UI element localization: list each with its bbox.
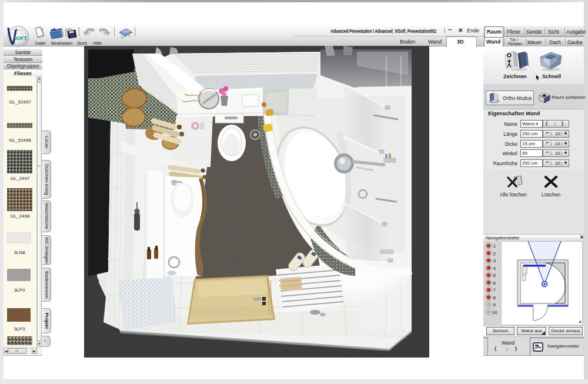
svg-text:8: 8 <box>493 295 496 300</box>
svg-text:7: 7 <box>493 288 496 293</box>
svg-text:6: 6 <box>493 281 496 286</box>
svg-text:9: 9 <box>493 302 496 308</box>
svg-text:3LP3: 3LP3 <box>14 326 25 332</box>
svg-text:2: 2 <box>493 251 496 256</box>
svg-text:5: 5 <box>493 273 496 278</box>
svg-text:4: 4 <box>493 266 496 271</box>
svg-text:GL_2497: GL_2497 <box>11 176 30 181</box>
svg-text:GL_52498: GL_52498 <box>9 138 31 143</box>
svg-text:GL_52497: GL_52497 <box>9 99 31 105</box>
svg-text:3LP0: 3LP0 <box>14 288 25 293</box>
svg-text:10: 10 <box>492 310 497 315</box>
svg-text:GL_2498: GL_2498 <box>11 213 30 219</box>
svg-text:3LN8: 3LN8 <box>14 250 25 255</box>
svg-text:1: 1 <box>493 243 496 249</box>
svg-text:3: 3 <box>493 258 496 263</box>
